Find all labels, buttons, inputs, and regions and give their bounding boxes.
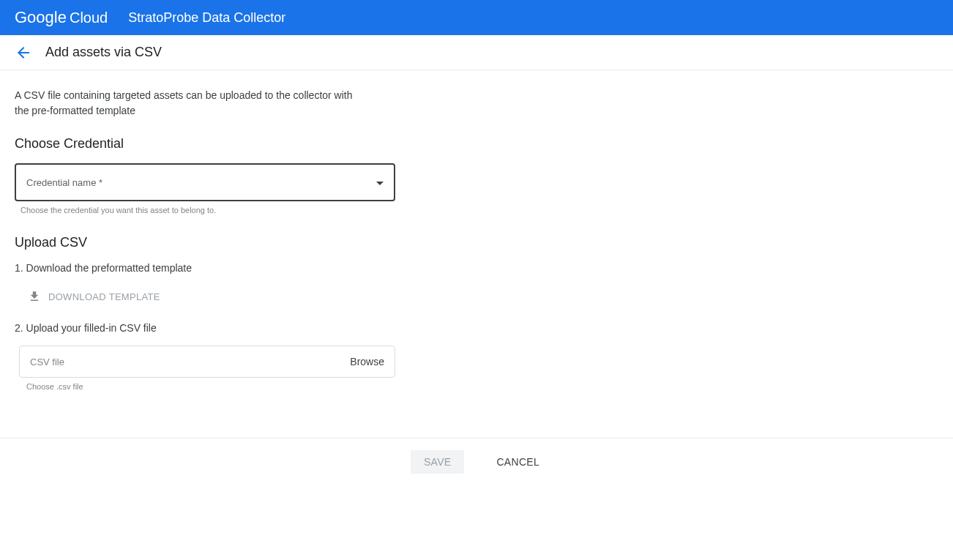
browse-button[interactable]: Browse — [350, 356, 384, 367]
google-cloud-logo: Google Cloud — [15, 8, 108, 27]
caret-down-icon — [376, 182, 384, 185]
upload-csv-heading: Upload CSV — [15, 235, 395, 250]
upload-steps: 1. Download the preformatted template DO… — [15, 262, 395, 391]
csv-file-input[interactable]: CSV file Browse — [19, 346, 395, 378]
credential-select[interactable]: Credential name * — [15, 163, 395, 201]
csv-file-helper: Choose .csv file — [26, 382, 395, 391]
download-icon — [28, 290, 41, 303]
page-title: Add assets via CSV — [45, 45, 162, 60]
step-1-label: 1. Download the preformatted template — [15, 262, 395, 274]
logo-secondary: Cloud — [70, 10, 108, 26]
main-content: A CSV file containing targeted assets ca… — [0, 70, 410, 420]
intro-text: A CSV file containing targeted assets ca… — [15, 88, 366, 119]
product-title: StratoProbe Data Collector — [128, 10, 285, 26]
arrow-left-icon — [15, 44, 32, 61]
footer-bar: SAVE CANCEL — [0, 438, 953, 485]
page-header: Add assets via CSV — [0, 35, 953, 70]
csv-file-label: CSV file — [30, 356, 64, 367]
credential-helper: Choose the credential you want this asse… — [20, 206, 395, 214]
logo-primary: Google — [15, 8, 67, 27]
choose-credential-heading: Choose Credential — [15, 136, 395, 152]
cancel-button[interactable]: CANCEL — [493, 450, 542, 474]
credential-select-label: Credential name * — [26, 177, 102, 188]
download-template-button[interactable]: DOWNLOAD TEMPLATE — [28, 285, 160, 307]
save-button[interactable]: SAVE — [411, 450, 465, 474]
back-button[interactable] — [15, 44, 32, 61]
step-2-label: 2. Upload your filled-in CSV file — [15, 322, 395, 334]
footer-actions: SAVE CANCEL — [18, 450, 935, 474]
download-template-label: DOWNLOAD TEMPLATE — [48, 291, 160, 302]
top-bar: Google Cloud StratoProbe Data Collector — [0, 0, 953, 35]
